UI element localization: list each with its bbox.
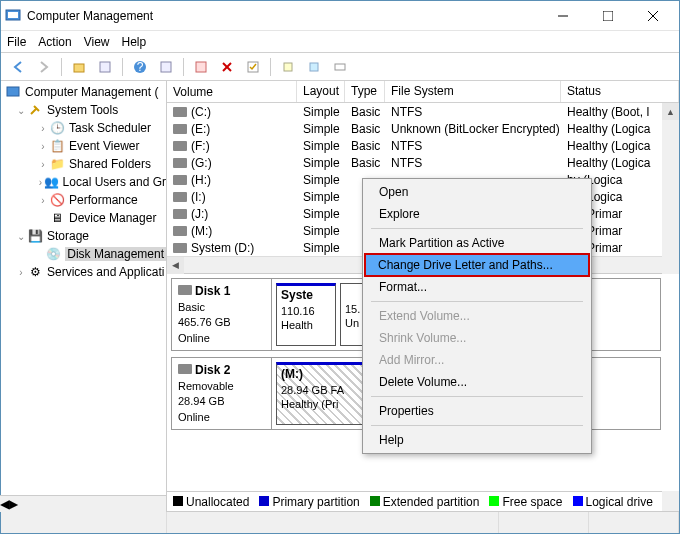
svg-rect-15 — [284, 63, 292, 71]
svg-rect-17 — [335, 64, 345, 70]
menu-item[interactable]: Format... — [365, 276, 589, 298]
action1-button[interactable] — [277, 56, 299, 78]
app-icon — [5, 8, 21, 24]
action2-button[interactable] — [303, 56, 325, 78]
menu-item[interactable]: Help — [365, 429, 589, 451]
menu-item[interactable]: Mark Partition as Active — [365, 232, 589, 254]
svg-rect-1 — [8, 12, 18, 18]
context-menu: OpenExploreMark Partition as ActiveChang… — [362, 178, 592, 454]
col-status[interactable]: Status — [561, 81, 679, 102]
check-button[interactable] — [242, 56, 264, 78]
window-title: Computer Management — [27, 9, 540, 23]
menu-help[interactable]: Help — [122, 35, 147, 49]
volume-header: Volume Layout Type File System Status — [167, 81, 679, 103]
users-icon: 👥 — [44, 174, 59, 190]
disk-info: Disk 2Removable28.94 GBOnline — [172, 358, 272, 429]
menu-item[interactable]: Open — [365, 181, 589, 203]
folder-icon: 📁 — [49, 156, 65, 172]
svg-rect-18 — [7, 87, 19, 96]
scroll-left-icon[interactable]: ◀ — [167, 257, 184, 274]
menu-action[interactable]: Action — [38, 35, 71, 49]
tree-system-tools[interactable]: ⌄ System Tools — [1, 101, 166, 119]
table-row[interactable]: (F:)SimpleBasicNTFSHealthy (Logica — [167, 137, 679, 154]
table-row[interactable]: (E:)SimpleBasicUnknown (BitLocker Encryp… — [167, 120, 679, 137]
table-row[interactable]: (C:)SimpleBasicNTFSHealthy (Boot, I — [167, 103, 679, 120]
device-icon: 🖥 — [49, 210, 65, 226]
tree-task-scheduler[interactable]: ›🕒Task Scheduler — [1, 119, 166, 137]
legend-logical: Logical drive — [573, 495, 653, 509]
menu-view[interactable]: View — [84, 35, 110, 49]
scroll-right-icon[interactable]: ▶ — [9, 497, 18, 511]
tree-event-viewer[interactable]: ›📋Event Viewer — [1, 137, 166, 155]
tree-services[interactable]: › ⚙ Services and Applicati — [1, 263, 166, 281]
tree-hscroll[interactable]: ◀▶ — [1, 495, 166, 511]
scroll-up-icon[interactable]: ▲ — [662, 103, 679, 120]
menu-item[interactable]: Change Drive Letter and Paths... — [364, 253, 590, 277]
col-volume[interactable]: Volume — [167, 81, 297, 102]
expand-icon[interactable]: › — [37, 159, 49, 170]
menu-separator — [371, 228, 583, 229]
tree-shared-folders[interactable]: ›📁Shared Folders — [1, 155, 166, 173]
settings-button[interactable] — [190, 56, 212, 78]
action3-button[interactable] — [329, 56, 351, 78]
legend-extended: Extended partition — [370, 495, 480, 509]
menu-item: Add Mirror... — [365, 349, 589, 371]
forward-button[interactable] — [33, 56, 55, 78]
menu-file[interactable]: File — [7, 35, 26, 49]
svg-rect-7 — [100, 62, 110, 72]
expand-icon[interactable]: › — [37, 177, 44, 188]
disk-icon: 💿 — [46, 246, 61, 262]
storage-icon: 💾 — [27, 228, 43, 244]
disk-icon — [173, 243, 187, 253]
statusbar — [1, 511, 679, 533]
minimize-button[interactable] — [540, 2, 585, 30]
delete-button[interactable] — [216, 56, 238, 78]
partition[interactable]: Syste110.16Health — [276, 283, 336, 346]
menu-separator — [371, 425, 583, 426]
partition[interactable]: (M:)28.94 GB FAHealthy (Pri — [276, 362, 376, 425]
svg-rect-16 — [310, 63, 318, 71]
tools-icon — [27, 102, 43, 118]
menu-item[interactable]: Properties — [365, 400, 589, 422]
tree-performance[interactable]: ›🚫Performance — [1, 191, 166, 209]
disk-icon — [173, 192, 187, 202]
scroll-left-icon[interactable]: ◀ — [1, 497, 9, 511]
disk-icon — [173, 124, 187, 134]
up-button[interactable] — [68, 56, 90, 78]
close-button[interactable] — [630, 2, 675, 30]
disk-icon — [173, 107, 187, 117]
disk-icon — [173, 226, 187, 236]
menu-item[interactable]: Delete Volume... — [365, 371, 589, 393]
back-button[interactable] — [7, 56, 29, 78]
tree-device-manager[interactable]: 🖥Device Manager — [1, 209, 166, 227]
col-layout[interactable]: Layout — [297, 81, 345, 102]
collapse-icon[interactable]: ⌄ — [15, 231, 27, 242]
maximize-button[interactable] — [585, 2, 630, 30]
menu-separator — [371, 301, 583, 302]
refresh-button[interactable] — [155, 56, 177, 78]
col-type[interactable]: Type — [345, 81, 385, 102]
menu-item[interactable]: Explore — [365, 203, 589, 225]
properties-button[interactable] — [94, 56, 116, 78]
legend-free: Free space — [489, 495, 562, 509]
disk-info: Disk 1Basic465.76 GBOnline — [172, 279, 272, 350]
tree-disk-management[interactable]: 💿Disk Management — [1, 245, 166, 263]
expand-icon[interactable]: › — [15, 267, 27, 278]
expand-icon[interactable]: › — [37, 123, 49, 134]
expand-icon[interactable]: › — [37, 195, 49, 206]
tree-root[interactable]: Computer Management ( — [1, 83, 166, 101]
disk-icon — [173, 141, 187, 151]
help-button[interactable]: ? — [129, 56, 151, 78]
expand-icon[interactable]: › — [37, 141, 49, 152]
event-icon: 📋 — [49, 138, 65, 154]
svg-rect-3 — [603, 11, 613, 21]
titlebar: Computer Management — [1, 1, 679, 31]
tree-storage[interactable]: ⌄ 💾 Storage — [1, 227, 166, 245]
disk-icon — [178, 285, 192, 295]
tree-local-users[interactable]: ›👥Local Users and Gr — [1, 173, 166, 191]
collapse-icon[interactable]: ⌄ — [15, 105, 27, 116]
legend: Unallocated Primary partition Extended p… — [167, 491, 679, 511]
col-filesystem[interactable]: File System — [385, 81, 561, 102]
table-row[interactable]: (G:)SimpleBasicNTFSHealthy (Logica — [167, 154, 679, 171]
svg-rect-11 — [196, 62, 206, 72]
